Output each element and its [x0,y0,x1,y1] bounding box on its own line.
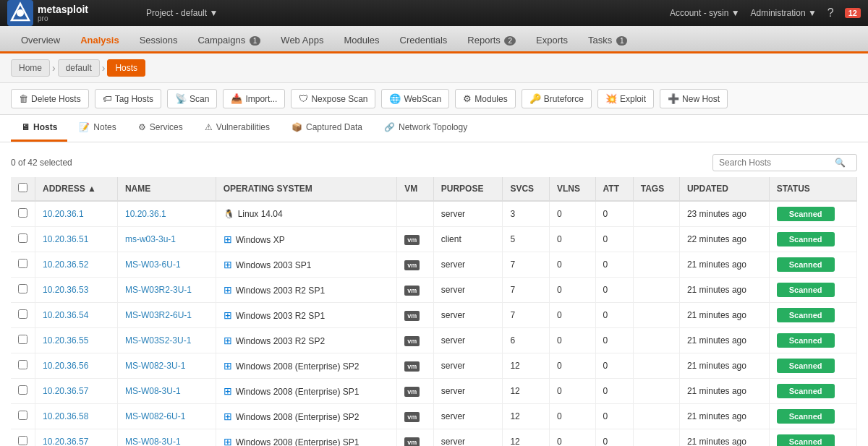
cell-os: ⊞Windows 2003 SP1 [216,252,397,278]
cell-address[interactable]: 10.20.36.51 [35,227,118,252]
nav-exports[interactable]: Exports [526,29,578,51]
tag-hosts-button[interactable]: 🏷 Tag Hosts [95,89,161,108]
col-updated[interactable]: UPDATED [679,177,769,201]
status-button[interactable]: Scanned [777,232,835,246]
status-button[interactable]: Scanned [777,283,835,297]
project-selector[interactable]: Project - default ▼ [146,8,218,18]
nav-campaigns[interactable]: Campaigns 1 [187,29,271,51]
delete-hosts-button[interactable]: 🗑 Delete Hosts [11,89,89,108]
notification-badge[interactable]: 12 [845,8,861,18]
status-button[interactable]: Scanned [777,409,835,424]
cell-address[interactable]: 10.20.36.57 [35,379,118,404]
account-selector[interactable]: Account - sysin ▼ [670,8,740,18]
nexpose-scan-button[interactable]: 🛡 Nexpose Scan [291,89,375,108]
cell-svcs: 5 [503,227,549,252]
nav-overview[interactable]: Overview [11,29,70,51]
col-tags[interactable]: TAGS [633,177,679,201]
status-button[interactable]: Scanned [777,333,835,348]
cell-name[interactable]: ms-w03-3u-1 [117,227,216,252]
status-button[interactable]: Scanned [777,384,835,398]
cell-address[interactable]: 10.20.36.57 [35,429,118,447]
nav-sessions[interactable]: Sessions [129,29,188,51]
cell-address[interactable]: 10.20.36.56 [35,353,118,379]
row-checkbox[interactable] [18,360,27,369]
status-button[interactable]: Scanned [777,434,835,446]
row-checkbox[interactable] [18,436,27,445]
col-att[interactable]: ATT [595,177,633,201]
cell-att: 0 [595,303,633,328]
row-checkbox[interactable] [18,335,27,344]
cell-att: 0 [595,404,633,429]
nav-webapps[interactable]: Web Apps [271,29,333,51]
webscan-button[interactable]: 🌐 WebScan [381,89,449,108]
cell-name[interactable]: MS-W082-6U-1 [117,404,216,429]
tag-icon: 🏷 [103,93,112,104]
modules-button[interactable]: ⚙ Modules [455,89,515,108]
status-button[interactable]: Scanned [777,359,835,373]
nav-reports[interactable]: Reports 2 [457,29,526,51]
cell-address[interactable]: 10.20.36.55 [35,328,118,353]
cell-updated: 21 minutes ago [679,328,769,353]
help-icon[interactable]: ? [827,7,834,20]
cell-name[interactable]: MS-W08-3U-1 [117,379,216,404]
tab-vulnerabilities[interactable]: ⚠ Vulnerabilities [195,115,280,142]
status-button[interactable]: Scanned [777,207,835,221]
cell-address[interactable]: 10.20.36.54 [35,303,118,328]
import-button[interactable]: 📥 Import... [223,89,285,108]
cell-name[interactable]: MS-W082-3U-1 [117,353,216,379]
cell-address[interactable]: 10.20.36.58 [35,404,118,429]
col-svcs[interactable]: SVCS [503,177,549,201]
administration-selector[interactable]: Administration ▼ [751,8,817,18]
tab-notes[interactable]: 📝 Notes [69,115,126,142]
cell-name[interactable]: 10.20.36.1 [117,201,216,227]
col-purpose[interactable]: PURPOSE [433,177,503,201]
cell-address[interactable]: 10.20.36.1 [35,201,118,227]
nav-modules[interactable]: Modules [333,29,389,51]
cell-name[interactable]: MS-W03R2-6U-1 [117,303,216,328]
exploit-button[interactable]: 💥 Exploit [597,89,654,108]
cell-vm: vm [397,404,433,429]
status-button[interactable]: Scanned [777,257,835,272]
row-checkbox[interactable] [18,385,27,395]
col-os[interactable]: OPERATING SYSTEM [216,177,397,201]
nav-credentials[interactable]: Credentials [390,29,458,51]
tab-hosts[interactable]: 🖥 Hosts [11,115,67,142]
cell-name[interactable]: MS-W08-3U-1 [117,429,216,447]
breadcrumb-hosts[interactable]: Hosts [107,59,145,77]
bruteforce-button[interactable]: 🔑 Bruteforce [522,89,592,108]
col-status[interactable]: STATUS [769,177,856,201]
scan-button[interactable]: 📡 Scan [167,89,217,108]
cell-name[interactable]: MS-W03S2-3U-1 [117,328,216,353]
select-all-header[interactable] [11,177,35,201]
cell-address[interactable]: 10.20.36.53 [35,278,118,303]
tab-captured-data[interactable]: 📦 Captured Data [281,115,373,142]
cell-name[interactable]: MS-W03R2-3U-1 [117,278,216,303]
col-vlns[interactable]: VLNS [549,177,595,201]
cell-os: ⊞Windows 2003 R2 SP2 [216,328,397,353]
tab-network-topology[interactable]: 🔗 Network Topology [374,115,477,142]
row-checkbox[interactable] [18,284,27,293]
status-button[interactable]: Scanned [777,308,835,322]
col-vm[interactable]: VM [397,177,433,201]
cell-name[interactable]: MS-W03-6U-1 [117,252,216,278]
row-checkbox[interactable] [18,208,27,218]
new-host-button[interactable]: ➕ New Host [660,89,728,108]
col-address[interactable]: ADDRESS ▲ [35,177,118,201]
cell-updated: 21 minutes ago [679,379,769,404]
row-checkbox[interactable] [18,259,27,268]
search-input[interactable] [719,158,835,168]
cell-tags [633,252,679,278]
breadcrumb-default[interactable]: default [58,59,100,77]
row-checkbox[interactable] [18,411,27,420]
col-name[interactable]: NAME [117,177,216,201]
nav-tasks[interactable]: Tasks 1 [578,29,637,51]
select-all-checkbox[interactable] [18,183,27,192]
breadcrumb-home[interactable]: Home [11,59,50,77]
tab-services[interactable]: ⚙ Services [128,115,193,142]
search-box[interactable]: 🔍 [712,154,857,171]
cell-address[interactable]: 10.20.36.52 [35,252,118,278]
row-checkbox[interactable] [18,233,27,243]
os-icon: ⊞ [224,385,232,397]
row-checkbox[interactable] [18,309,27,319]
nav-analysis[interactable]: Analysis [70,29,129,51]
